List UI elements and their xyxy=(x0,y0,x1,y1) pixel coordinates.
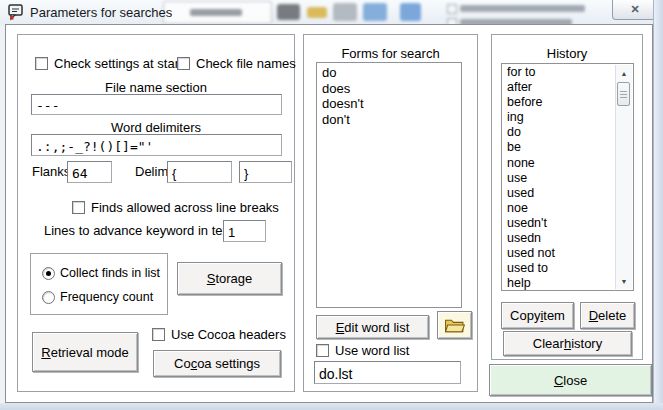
cocoa-settings-button[interactable]: Cocoa settings xyxy=(153,350,281,377)
list-item[interactable]: noe xyxy=(502,201,633,216)
radio-collect-finds[interactable] xyxy=(42,267,55,280)
dialog-title: Parameters for searches xyxy=(30,5,172,20)
delimiter-close-input[interactable] xyxy=(239,161,292,183)
list-item[interactable]: for to xyxy=(502,65,633,80)
word-delimiters-label: Word delimiters xyxy=(18,120,294,135)
flanks-label: Flanks xyxy=(32,164,70,179)
word-delimiters-input[interactable] xyxy=(31,134,282,156)
line-breaks-label: Finds allowed across line breaks xyxy=(91,200,279,215)
use-cocoa-headers-checkbox[interactable] xyxy=(152,328,165,341)
edit-word-list-button[interactable]: Edit word list xyxy=(316,315,429,339)
flanks-input[interactable] xyxy=(67,161,112,183)
radio-frequency-count-label: Frequency count xyxy=(60,290,153,304)
list-item[interactable]: does xyxy=(317,81,461,97)
list-item[interactable]: ing xyxy=(502,110,633,125)
list-item[interactable]: do xyxy=(317,65,461,81)
background-checkbox-row xyxy=(447,4,587,12)
list-item[interactable]: use xyxy=(502,171,633,186)
scrollbar-thumb[interactable] xyxy=(617,82,630,106)
history-panel-title: History xyxy=(492,46,642,61)
check-filenames-checkbox[interactable] xyxy=(177,57,190,70)
open-folder-button[interactable] xyxy=(437,311,472,339)
window-frame-right xyxy=(653,0,663,410)
list-item[interactable]: before xyxy=(502,95,633,110)
list-item[interactable]: doesn't xyxy=(317,96,461,112)
use-word-list-label: Use word list xyxy=(335,343,409,358)
check-settings-checkbox[interactable] xyxy=(35,57,48,70)
list-item[interactable]: help xyxy=(502,276,633,291)
scroll-up-icon[interactable]: ▲ xyxy=(616,66,632,80)
list-item[interactable]: be xyxy=(502,140,633,155)
settings-panel: Check settings at start Check file names… xyxy=(17,34,295,392)
open-folder-icon xyxy=(444,317,465,334)
storage-button[interactable]: Storage xyxy=(177,262,282,295)
advance-keyword-input[interactable] xyxy=(223,220,266,242)
list-item[interactable]: don't xyxy=(317,112,461,128)
list-item[interactable]: do xyxy=(502,125,633,140)
background-toolbar-icon xyxy=(333,3,357,21)
history-scrollbar[interactable]: ▲ ▼ xyxy=(615,65,632,289)
dialog-icon xyxy=(7,3,25,21)
retrieval-mode-button[interactable]: Retrieval mode xyxy=(32,332,138,372)
scroll-down-icon[interactable]: ▼ xyxy=(616,274,632,288)
window-frame-bottom xyxy=(0,403,663,410)
history-listbox[interactable]: ▲ ▼ for toafterbeforeingdobenoneuseusedn… xyxy=(501,63,634,291)
copy-item-button[interactable]: Copy item xyxy=(501,302,574,329)
list-item[interactable]: none xyxy=(502,156,633,171)
list-item[interactable]: used to xyxy=(502,261,633,276)
forms-panel-title: Forms for search xyxy=(304,46,477,61)
background-toolbar-icon xyxy=(277,4,300,20)
file-name-section-input[interactable] xyxy=(31,94,282,115)
background-toolbar-icon xyxy=(307,7,327,18)
check-filenames-label: Check file names xyxy=(196,56,296,71)
use-word-list-checkbox[interactable] xyxy=(316,344,329,357)
list-item[interactable]: after xyxy=(502,80,633,95)
close-button[interactable]: Close xyxy=(489,364,652,396)
background-toolbar-icon xyxy=(363,3,387,21)
word-list-file-input[interactable] xyxy=(314,361,461,384)
delete-button[interactable]: Delete xyxy=(580,302,635,329)
result-mode-groupbox: Collect finds in list Frequency count xyxy=(30,253,168,315)
radio-collect-finds-label: Collect finds in list xyxy=(60,266,160,280)
delimiter-open-input[interactable] xyxy=(167,161,232,183)
check-settings-label: Check settings at start xyxy=(54,56,183,71)
clear-history-button[interactable]: Clear history xyxy=(503,331,632,356)
history-panel: History ▲ ▼ for toafterbeforeingdobenone… xyxy=(491,34,643,360)
line-breaks-checkbox[interactable] xyxy=(72,201,85,214)
background-toolbar-button xyxy=(163,1,272,24)
list-item[interactable]: used xyxy=(502,186,633,201)
background-toolbar-icon xyxy=(400,3,421,21)
parameters-dialog: Check settings at start Check file names… xyxy=(5,24,653,403)
close-icon: ✕ xyxy=(630,3,639,16)
list-item[interactable]: used not xyxy=(502,246,633,261)
forms-listbox[interactable]: dodoesdoesn'tdon't xyxy=(316,62,462,308)
window-close-button[interactable]: ✕ xyxy=(612,0,658,20)
list-item[interactable]: usedn xyxy=(502,231,633,246)
use-cocoa-headers-label: Use Cocoa headers xyxy=(171,327,286,342)
advance-keyword-label: Lines to advance keyword in text xyxy=(44,223,233,238)
file-name-section-label: File name section xyxy=(18,80,294,95)
radio-frequency-count[interactable] xyxy=(42,291,55,304)
forms-panel: Forms for search dodoesdoesn'tdon't Edit… xyxy=(303,34,478,392)
list-item[interactable]: usedn't xyxy=(502,216,633,231)
title-bar: Parameters for searches ✕ xyxy=(0,0,663,25)
